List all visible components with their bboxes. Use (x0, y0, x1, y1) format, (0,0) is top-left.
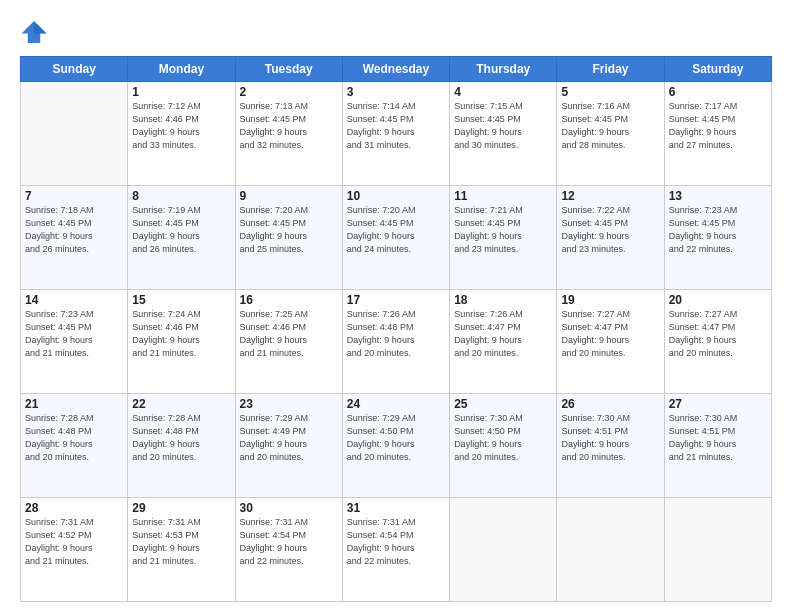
calendar-cell: 1Sunrise: 7:12 AMSunset: 4:46 PMDaylight… (128, 82, 235, 186)
svg-marker-1 (34, 21, 46, 33)
weekday-header-wednesday: Wednesday (342, 57, 449, 82)
day-number: 13 (669, 189, 767, 203)
day-info: Sunrise: 7:31 AMSunset: 4:54 PMDaylight:… (347, 516, 445, 568)
calendar-cell: 14Sunrise: 7:23 AMSunset: 4:45 PMDayligh… (21, 290, 128, 394)
day-info: Sunrise: 7:18 AMSunset: 4:45 PMDaylight:… (25, 204, 123, 256)
day-info: Sunrise: 7:27 AMSunset: 4:47 PMDaylight:… (669, 308, 767, 360)
day-info: Sunrise: 7:19 AMSunset: 4:45 PMDaylight:… (132, 204, 230, 256)
day-number: 16 (240, 293, 338, 307)
day-info: Sunrise: 7:30 AMSunset: 4:50 PMDaylight:… (454, 412, 552, 464)
day-info: Sunrise: 7:31 AMSunset: 4:52 PMDaylight:… (25, 516, 123, 568)
day-info: Sunrise: 7:13 AMSunset: 4:45 PMDaylight:… (240, 100, 338, 152)
day-info: Sunrise: 7:14 AMSunset: 4:45 PMDaylight:… (347, 100, 445, 152)
day-number: 31 (347, 501, 445, 515)
day-number: 29 (132, 501, 230, 515)
logo (20, 18, 52, 46)
day-info: Sunrise: 7:12 AMSunset: 4:46 PMDaylight:… (132, 100, 230, 152)
day-info: Sunrise: 7:24 AMSunset: 4:46 PMDaylight:… (132, 308, 230, 360)
calendar-cell: 28Sunrise: 7:31 AMSunset: 4:52 PMDayligh… (21, 498, 128, 602)
calendar-cell: 26Sunrise: 7:30 AMSunset: 4:51 PMDayligh… (557, 394, 664, 498)
calendar-cell: 19Sunrise: 7:27 AMSunset: 4:47 PMDayligh… (557, 290, 664, 394)
calendar-cell: 15Sunrise: 7:24 AMSunset: 4:46 PMDayligh… (128, 290, 235, 394)
day-number: 2 (240, 85, 338, 99)
day-number: 20 (669, 293, 767, 307)
calendar-cell: 18Sunrise: 7:26 AMSunset: 4:47 PMDayligh… (450, 290, 557, 394)
day-info: Sunrise: 7:21 AMSunset: 4:45 PMDaylight:… (454, 204, 552, 256)
day-number: 5 (561, 85, 659, 99)
week-row-4: 21Sunrise: 7:28 AMSunset: 4:48 PMDayligh… (21, 394, 772, 498)
day-info: Sunrise: 7:25 AMSunset: 4:46 PMDaylight:… (240, 308, 338, 360)
day-number: 14 (25, 293, 123, 307)
day-info: Sunrise: 7:20 AMSunset: 4:45 PMDaylight:… (240, 204, 338, 256)
day-number: 22 (132, 397, 230, 411)
day-number: 25 (454, 397, 552, 411)
day-info: Sunrise: 7:16 AMSunset: 4:45 PMDaylight:… (561, 100, 659, 152)
day-number: 21 (25, 397, 123, 411)
calendar-cell: 31Sunrise: 7:31 AMSunset: 4:54 PMDayligh… (342, 498, 449, 602)
day-number: 11 (454, 189, 552, 203)
day-info: Sunrise: 7:26 AMSunset: 4:46 PMDaylight:… (347, 308, 445, 360)
calendar-cell: 22Sunrise: 7:28 AMSunset: 4:48 PMDayligh… (128, 394, 235, 498)
calendar-cell: 6Sunrise: 7:17 AMSunset: 4:45 PMDaylight… (664, 82, 771, 186)
day-number: 28 (25, 501, 123, 515)
calendar-cell: 21Sunrise: 7:28 AMSunset: 4:48 PMDayligh… (21, 394, 128, 498)
day-info: Sunrise: 7:29 AMSunset: 4:49 PMDaylight:… (240, 412, 338, 464)
calendar-cell: 3Sunrise: 7:14 AMSunset: 4:45 PMDaylight… (342, 82, 449, 186)
calendar-cell: 29Sunrise: 7:31 AMSunset: 4:53 PMDayligh… (128, 498, 235, 602)
day-number: 23 (240, 397, 338, 411)
weekday-header-friday: Friday (557, 57, 664, 82)
day-info: Sunrise: 7:15 AMSunset: 4:45 PMDaylight:… (454, 100, 552, 152)
day-number: 12 (561, 189, 659, 203)
calendar-cell: 23Sunrise: 7:29 AMSunset: 4:49 PMDayligh… (235, 394, 342, 498)
calendar-table: SundayMondayTuesdayWednesdayThursdayFrid… (20, 56, 772, 602)
day-number: 10 (347, 189, 445, 203)
day-info: Sunrise: 7:28 AMSunset: 4:48 PMDaylight:… (25, 412, 123, 464)
calendar-cell (557, 498, 664, 602)
weekday-header-row: SundayMondayTuesdayWednesdayThursdayFrid… (21, 57, 772, 82)
day-info: Sunrise: 7:28 AMSunset: 4:48 PMDaylight:… (132, 412, 230, 464)
day-info: Sunrise: 7:22 AMSunset: 4:45 PMDaylight:… (561, 204, 659, 256)
calendar-cell: 27Sunrise: 7:30 AMSunset: 4:51 PMDayligh… (664, 394, 771, 498)
calendar-cell: 17Sunrise: 7:26 AMSunset: 4:46 PMDayligh… (342, 290, 449, 394)
calendar-cell: 20Sunrise: 7:27 AMSunset: 4:47 PMDayligh… (664, 290, 771, 394)
day-info: Sunrise: 7:31 AMSunset: 4:53 PMDaylight:… (132, 516, 230, 568)
day-info: Sunrise: 7:27 AMSunset: 4:47 PMDaylight:… (561, 308, 659, 360)
weekday-header-saturday: Saturday (664, 57, 771, 82)
day-info: Sunrise: 7:26 AMSunset: 4:47 PMDaylight:… (454, 308, 552, 360)
day-number: 26 (561, 397, 659, 411)
calendar-cell (450, 498, 557, 602)
day-number: 24 (347, 397, 445, 411)
week-row-1: 1Sunrise: 7:12 AMSunset: 4:46 PMDaylight… (21, 82, 772, 186)
day-number: 3 (347, 85, 445, 99)
day-info: Sunrise: 7:23 AMSunset: 4:45 PMDaylight:… (669, 204, 767, 256)
week-row-5: 28Sunrise: 7:31 AMSunset: 4:52 PMDayligh… (21, 498, 772, 602)
calendar-cell: 5Sunrise: 7:16 AMSunset: 4:45 PMDaylight… (557, 82, 664, 186)
day-number: 7 (25, 189, 123, 203)
weekday-header-monday: Monday (128, 57, 235, 82)
logo-icon (20, 18, 48, 46)
calendar-cell: 16Sunrise: 7:25 AMSunset: 4:46 PMDayligh… (235, 290, 342, 394)
day-number: 9 (240, 189, 338, 203)
calendar-cell: 8Sunrise: 7:19 AMSunset: 4:45 PMDaylight… (128, 186, 235, 290)
calendar-cell (21, 82, 128, 186)
calendar-cell: 4Sunrise: 7:15 AMSunset: 4:45 PMDaylight… (450, 82, 557, 186)
day-number: 4 (454, 85, 552, 99)
weekday-header-sunday: Sunday (21, 57, 128, 82)
calendar-cell: 10Sunrise: 7:20 AMSunset: 4:45 PMDayligh… (342, 186, 449, 290)
calendar-cell: 9Sunrise: 7:20 AMSunset: 4:45 PMDaylight… (235, 186, 342, 290)
week-row-3: 14Sunrise: 7:23 AMSunset: 4:45 PMDayligh… (21, 290, 772, 394)
calendar-cell: 25Sunrise: 7:30 AMSunset: 4:50 PMDayligh… (450, 394, 557, 498)
weekday-header-tuesday: Tuesday (235, 57, 342, 82)
day-number: 1 (132, 85, 230, 99)
day-info: Sunrise: 7:23 AMSunset: 4:45 PMDaylight:… (25, 308, 123, 360)
weekday-header-thursday: Thursday (450, 57, 557, 82)
calendar-cell: 24Sunrise: 7:29 AMSunset: 4:50 PMDayligh… (342, 394, 449, 498)
header (20, 18, 772, 46)
calendar-cell: 11Sunrise: 7:21 AMSunset: 4:45 PMDayligh… (450, 186, 557, 290)
day-number: 6 (669, 85, 767, 99)
calendar-cell: 2Sunrise: 7:13 AMSunset: 4:45 PMDaylight… (235, 82, 342, 186)
day-info: Sunrise: 7:31 AMSunset: 4:54 PMDaylight:… (240, 516, 338, 568)
day-info: Sunrise: 7:29 AMSunset: 4:50 PMDaylight:… (347, 412, 445, 464)
week-row-2: 7Sunrise: 7:18 AMSunset: 4:45 PMDaylight… (21, 186, 772, 290)
calendar-cell: 30Sunrise: 7:31 AMSunset: 4:54 PMDayligh… (235, 498, 342, 602)
